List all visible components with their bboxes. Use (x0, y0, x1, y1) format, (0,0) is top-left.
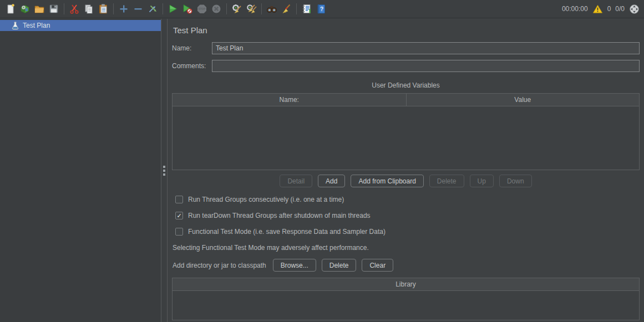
test-plan-flask-icon (12, 22, 19, 30)
classpath-label: Add directory or jar to classpath (173, 262, 266, 269)
udv-col-name[interactable]: Name: (173, 94, 406, 106)
comments-row: Comments: (172, 60, 640, 72)
toolbar-stats: 00:00:00 0 0/0 (562, 4, 641, 14)
name-label: Name: (172, 44, 212, 52)
copy-icon (83, 3, 94, 14)
stop-icon: STOP (196, 3, 207, 14)
new-icon (5, 3, 16, 14)
classpath-row: Add directory or jar to classpath Browse… (173, 259, 640, 272)
search-icon (266, 3, 277, 14)
test-plan-editor: Test Plan Name: Comments: User Defined V… (168, 19, 644, 322)
udv-col-value[interactable]: Value (406, 94, 640, 106)
toggle-icon (147, 3, 158, 14)
add-from-clipboard-button[interactable]: Add from Clipboard (351, 175, 423, 187)
collapse-all-button[interactable] (131, 2, 145, 16)
classpath-clear-button[interactable]: Clear (362, 259, 393, 272)
new-button[interactable] (3, 2, 18, 16)
toggle-button[interactable] (145, 2, 160, 16)
up-button[interactable]: Up (470, 175, 494, 187)
toolbar-separator (261, 3, 262, 14)
down-button[interactable]: Down (499, 175, 532, 187)
warning-count: 0 (607, 5, 611, 13)
stop-label: STOP (199, 8, 205, 11)
library-table: Library (172, 278, 640, 320)
shutdown-icon (211, 3, 222, 14)
start-no-timers-icon (182, 3, 193, 14)
function-helper-button[interactable] (300, 2, 314, 16)
udv-table-body[interactable] (173, 106, 639, 170)
run-teardown-label: Run tearDown Thread Groups after shutdow… (188, 212, 371, 219)
comments-input[interactable] (212, 60, 640, 72)
run-consecutively-checkbox[interactable] (175, 196, 183, 203)
name-input[interactable] (212, 42, 640, 54)
open-icon (34, 3, 45, 14)
udv-title: User Defined Variables (172, 81, 640, 89)
toolbar-separator (226, 3, 227, 14)
start-icon (168, 3, 179, 14)
stop-button[interactable]: STOP (195, 2, 209, 16)
library-table-body[interactable] (173, 291, 639, 320)
library-col-header[interactable]: Library (173, 278, 639, 290)
clear-button[interactable] (230, 2, 244, 16)
add-button[interactable]: Add (318, 175, 345, 187)
svg-text:?: ? (320, 6, 323, 12)
open-button[interactable] (32, 2, 47, 16)
browse-button[interactable]: Browse... (273, 259, 316, 272)
toolbar-separator (113, 3, 114, 14)
help-button[interactable]: ? (314, 2, 328, 16)
tree-node-test-plan[interactable]: Test Plan (0, 20, 161, 31)
tree-node-label: Test Plan (23, 22, 50, 29)
collapse-icon (133, 3, 144, 14)
search-button[interactable] (265, 2, 279, 16)
clear-all-button[interactable] (244, 2, 258, 16)
function-helper-icon (301, 3, 312, 14)
classpath-delete-button[interactable]: Delete (322, 259, 357, 272)
expand-all-button[interactable] (116, 2, 131, 16)
toolbar-separator (163, 3, 163, 14)
templates-button[interactable] (18, 2, 32, 16)
clear-all-icon (246, 3, 257, 14)
run-consecutively-row: Run Thread Groups consecutively (i.e. on… (175, 196, 640, 203)
tree-main-splitter[interactable] (161, 19, 168, 322)
start-button[interactable] (166, 2, 180, 16)
name-row: Name: (172, 42, 640, 54)
cut-icon (69, 3, 80, 14)
save-icon (48, 3, 59, 14)
copy-button[interactable] (82, 2, 96, 16)
udv-table: Name: Value (172, 93, 640, 170)
functional-mode-label: Functional Test Mode (i.e. save Response… (188, 228, 386, 236)
udv-table-header: Name: Value (173, 94, 639, 106)
cut-button[interactable] (67, 2, 82, 16)
run-consecutively-label: Run Thread Groups consecutively (i.e. on… (188, 196, 344, 203)
toolbar-separator (64, 3, 64, 14)
warning-icon[interactable] (592, 4, 603, 14)
expand-icon (118, 3, 129, 14)
library-section: Library (172, 278, 640, 320)
page-title: Test Plan (173, 25, 640, 35)
templates-icon (19, 3, 31, 14)
elapsed-time: 00:00:00 (562, 5, 588, 13)
toolbar-separator (296, 3, 297, 14)
reset-search-button[interactable] (279, 2, 293, 16)
test-plan-tree: Test Plan (0, 19, 161, 322)
library-table-header: Library (173, 278, 639, 291)
help-icon: ? (316, 3, 327, 14)
shutdown-button[interactable] (209, 2, 224, 16)
splitter-grip[interactable] (163, 166, 165, 176)
toolbar: STOP (0, 0, 644, 18)
delete-button[interactable]: Delete (429, 175, 464, 187)
start-no-timers-button[interactable] (180, 2, 195, 16)
detail-button[interactable]: Detail (280, 175, 312, 187)
clear-icon (231, 3, 242, 14)
functional-mode-row: Functional Test Mode (i.e. save Response… (175, 228, 640, 236)
paste-button[interactable] (96, 2, 110, 16)
run-teardown-checkbox[interactable]: ✓ (175, 212, 183, 219)
test-state-icon (629, 4, 640, 14)
paste-icon (98, 3, 109, 14)
save-button[interactable] (47, 2, 61, 16)
udv-buttons: Detail Add Add from Clipboard Delete Up … (172, 175, 640, 187)
functional-mode-note: Selecting Functional Test Mode may adver… (173, 244, 640, 252)
reset-search-icon (281, 3, 292, 14)
functional-mode-checkbox[interactable] (175, 228, 183, 236)
comments-label: Comments: (172, 62, 212, 70)
